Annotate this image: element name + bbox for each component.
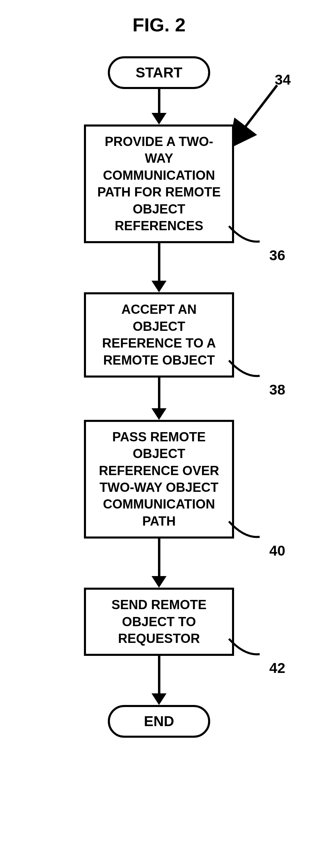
arrow-5 <box>151 656 167 705</box>
step1-hook <box>227 216 265 250</box>
ref-step2: 38 <box>269 382 285 398</box>
ref-step4: 42 <box>269 660 285 676</box>
ref-overall: 34 <box>275 72 291 88</box>
ref-step3: 40 <box>269 543 285 559</box>
step3-hook <box>227 511 265 545</box>
arrow-4 <box>151 539 167 588</box>
ref-step1: 36 <box>269 247 285 264</box>
arrow-3 <box>151 378 167 420</box>
arrow-2 <box>151 243 167 292</box>
step1-node: PROVIDE A TWO-WAY COMMUNICATION PATH FOR… <box>84 124 234 243</box>
start-node: START <box>108 56 210 89</box>
step3-node: PASS REMOTE OBJECT REFERENCE OVER TWO-WA… <box>84 420 234 539</box>
step4-hook <box>227 629 265 663</box>
svg-line-0 <box>233 85 277 143</box>
arrow-1 <box>151 89 167 124</box>
figure-title: FIG. 2 <box>132 14 186 36</box>
step2-node: ACCEPT AN OBJECT REFERENCE TO A REMOTE O… <box>84 292 234 378</box>
end-node: END <box>108 705 210 738</box>
step4-node: SEND REMOTE OBJECT TO REQUESTOR <box>84 588 234 656</box>
flowchart-container: FIG. 2 34 START PROVIDE A TWO-WAY COMMUN… <box>0 14 318 738</box>
step2-hook <box>227 350 265 384</box>
